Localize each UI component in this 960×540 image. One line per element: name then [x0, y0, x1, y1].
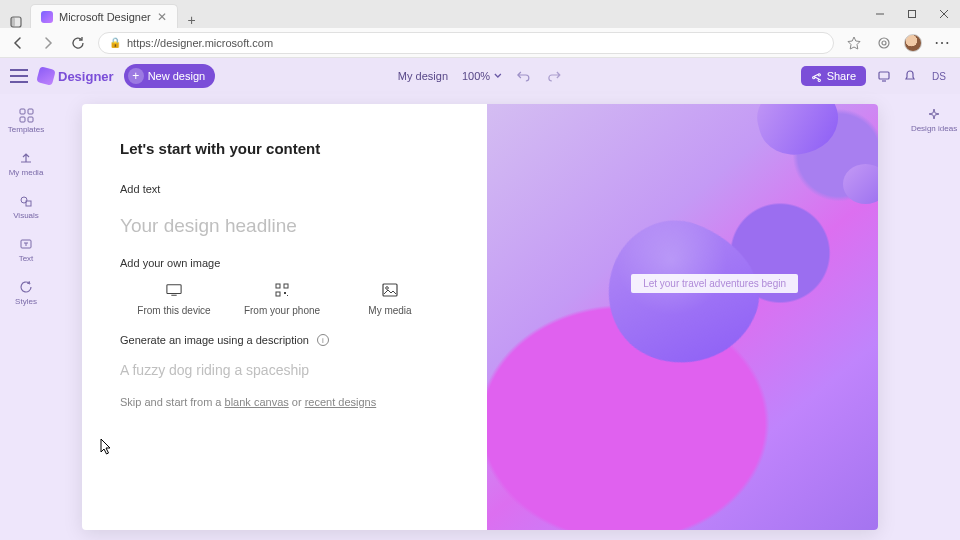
tab-actions-icon[interactable]	[4, 16, 28, 28]
skip-line: Skip and start from a blank canvas or re…	[120, 396, 449, 408]
logo-icon	[36, 66, 56, 86]
new-tab-button[interactable]: +	[180, 12, 204, 28]
modal-title: Let's start with your content	[120, 140, 449, 157]
undo-button[interactable]	[516, 68, 532, 84]
app-toolbar: Designer + New design My design 100% Sha…	[0, 58, 960, 94]
window-controls	[864, 0, 960, 28]
rail-styles[interactable]: Styles	[0, 276, 52, 309]
app-logo[interactable]: Designer	[38, 68, 114, 84]
browser-addressbar: 🔒 https://designer.microsoft.com ⋯	[0, 28, 960, 58]
svg-rect-11	[20, 117, 25, 122]
rail-templates[interactable]: Templates	[0, 104, 52, 137]
svg-rect-1	[11, 17, 15, 27]
svg-rect-16	[167, 285, 181, 294]
new-design-label: New design	[148, 70, 205, 82]
rail-mymedia[interactable]: My media	[0, 147, 52, 180]
svg-rect-8	[879, 72, 889, 79]
back-button[interactable]	[8, 33, 28, 53]
upload-icon	[18, 150, 34, 166]
notifications-icon[interactable]	[902, 68, 918, 84]
option-label: From your phone	[244, 305, 320, 316]
rail-label: My media	[9, 168, 44, 177]
close-window-button[interactable]	[928, 0, 960, 28]
from-device-option[interactable]: From this device	[120, 283, 228, 316]
rail-visuals[interactable]: Visuals	[0, 190, 52, 223]
zoom-control[interactable]: 100%	[462, 70, 502, 82]
svg-rect-3	[909, 11, 916, 18]
decorative-blob	[750, 104, 845, 163]
minimize-button[interactable]	[864, 0, 896, 28]
svg-rect-17	[276, 284, 280, 288]
styles-icon	[18, 279, 34, 295]
image-icon	[382, 283, 398, 297]
add-text-label: Add text	[120, 183, 449, 195]
tab-well: Microsoft Designer ✕ +	[0, 0, 204, 28]
generate-input[interactable]	[120, 356, 449, 396]
skip-prefix: Skip and start from a	[120, 396, 225, 408]
svg-rect-10	[28, 109, 33, 114]
extensions-icon[interactable]	[874, 33, 894, 53]
svg-rect-22	[383, 284, 397, 296]
rail-label: Visuals	[13, 211, 39, 220]
recent-designs-link[interactable]: recent designs	[305, 396, 377, 408]
decorative-blob	[589, 203, 778, 386]
user-initials[interactable]: DS	[928, 71, 950, 82]
profile-avatar[interactable]	[904, 34, 922, 52]
document-title[interactable]: My design	[398, 70, 448, 82]
rail-label: Templates	[8, 125, 44, 134]
rail-label: Styles	[15, 297, 37, 306]
favorites-icon[interactable]	[844, 33, 864, 53]
monitor-icon	[166, 283, 182, 297]
share-label: Share	[827, 70, 856, 82]
url-field[interactable]: 🔒 https://designer.microsoft.com	[98, 32, 834, 54]
qr-icon	[274, 283, 290, 297]
from-phone-option[interactable]: From your phone	[228, 283, 336, 316]
close-icon[interactable]: ✕	[157, 10, 167, 24]
share-icon	[811, 71, 822, 82]
rail-label: Text	[19, 254, 34, 263]
headline-input[interactable]	[120, 209, 449, 257]
svg-rect-21	[287, 295, 288, 296]
skip-or: or	[289, 396, 305, 408]
plus-icon: +	[128, 68, 144, 84]
browser-tab-designer[interactable]: Microsoft Designer ✕	[30, 4, 178, 28]
svg-point-6	[879, 38, 889, 48]
rail-label: Design ideas	[911, 125, 957, 134]
maximize-button[interactable]	[896, 0, 928, 28]
more-icon[interactable]: ⋯	[932, 33, 952, 53]
menu-icon[interactable]	[10, 69, 28, 83]
visuals-icon	[18, 193, 34, 209]
favicon-icon	[41, 11, 53, 23]
app-name: Designer	[58, 69, 114, 84]
new-design-button[interactable]: + New design	[124, 64, 215, 88]
svg-point-7	[882, 41, 886, 45]
svg-rect-9	[20, 109, 25, 114]
rail-text[interactable]: Text	[0, 233, 52, 266]
start-modal: Let's start with your content Add text A…	[82, 104, 878, 530]
generate-label: Generate an image using a description	[120, 334, 309, 346]
lock-icon: 🔒	[109, 37, 121, 48]
present-icon[interactable]	[876, 68, 892, 84]
redo-button[interactable]	[546, 68, 562, 84]
my-media-option[interactable]: My media	[336, 283, 444, 316]
browser-titlebar: Microsoft Designer ✕ +	[0, 0, 960, 28]
forward-button[interactable]	[38, 33, 58, 53]
info-icon[interactable]: i	[317, 334, 329, 346]
svg-rect-12	[28, 117, 33, 122]
refresh-button[interactable]	[68, 33, 88, 53]
left-rail: Templates My media Visuals Text Styles	[0, 94, 52, 540]
tab-title: Microsoft Designer	[59, 11, 151, 23]
add-image-label: Add your own image	[120, 257, 449, 269]
app-body: Templates My media Visuals Text Styles D…	[0, 94, 960, 540]
image-source-options: From this device From your phone My medi…	[120, 283, 449, 316]
sparkle-icon	[926, 107, 942, 123]
rail-design-ideas[interactable]: Design ideas	[908, 104, 960, 137]
share-button[interactable]: Share	[801, 66, 866, 86]
text-icon	[18, 236, 34, 252]
svg-rect-20	[284, 292, 286, 294]
url-text: https://designer.microsoft.com	[127, 37, 273, 49]
option-label: My media	[368, 305, 411, 316]
blank-canvas-link[interactable]: blank canvas	[225, 396, 289, 408]
svg-point-23	[386, 287, 389, 290]
chevron-down-icon	[494, 72, 502, 80]
